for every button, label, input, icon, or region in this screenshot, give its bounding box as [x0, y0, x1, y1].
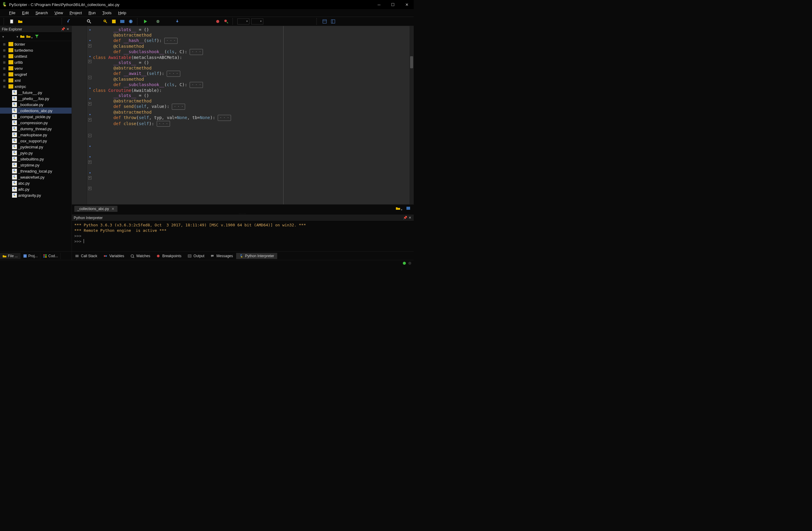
- combo-1[interactable]: ▼: [237, 18, 249, 25]
- tree-file[interactable]: _threading_local.py: [0, 168, 72, 174]
- terminal-button[interactable]: [119, 18, 126, 25]
- sidebar-tab[interactable]: Proj...: [20, 253, 41, 259]
- menu-view[interactable]: View: [52, 10, 66, 16]
- interpreter-output[interactable]: *** Python 3.6.3 (v3.6.3:2c5fed8, Oct 3 …: [72, 221, 414, 251]
- folder-up-button[interactable]: [20, 34, 25, 40]
- menu-search[interactable]: Search: [32, 10, 51, 16]
- fold-toggle-icon[interactable]: +: [88, 187, 91, 190]
- search-button[interactable]: [86, 18, 92, 25]
- panel-close-icon[interactable]: ✕: [66, 27, 70, 31]
- tree-file[interactable]: __phello__.foo.py: [0, 96, 72, 101]
- tree-file[interactable]: antigravity.py: [0, 192, 72, 198]
- tree-file[interactable]: _markupbase.py: [0, 132, 72, 138]
- statusbar: [0, 260, 414, 266]
- tree-folder[interactable]: ⊞tkinter: [0, 41, 72, 47]
- menu-file[interactable]: File: [6, 10, 18, 16]
- tree-file[interactable]: abc.py: [0, 180, 72, 186]
- file-explorer-header: File Explorer 📌 ✕: [0, 26, 72, 33]
- tree-file[interactable]: _dummy_thread.py: [0, 126, 72, 132]
- menu-run[interactable]: Run: [85, 10, 99, 16]
- step-into-button[interactable]: [174, 18, 180, 25]
- find-in-files-button[interactable]: [102, 18, 109, 25]
- layout-button-1[interactable]: [321, 18, 328, 25]
- tree-file[interactable]: _pydecimal.py: [0, 144, 72, 150]
- maximize-button[interactable]: ☐: [386, 0, 400, 9]
- tab-close-icon[interactable]: ✕: [112, 207, 114, 211]
- fold-toggle-icon[interactable]: +: [88, 118, 91, 122]
- change-marker-icon: [89, 88, 91, 89]
- svg-rect-14: [323, 20, 327, 23]
- file-tree[interactable]: ⊞tkinter⊞turtledemo⊞unittest⊞urllib⊞venv…: [0, 41, 72, 251]
- combo-2[interactable]: ▼: [251, 18, 263, 25]
- sidebar-tab[interactable]: Cod...: [41, 253, 61, 259]
- vertical-scrollbar[interactable]: [409, 26, 414, 204]
- tree-file[interactable]: _collections_abc.py: [0, 108, 72, 114]
- pin-icon[interactable]: 📌: [60, 27, 66, 31]
- bottom-tab-output[interactable]: Output: [185, 253, 207, 259]
- run-button[interactable]: [142, 18, 148, 25]
- interpreter-close-icon[interactable]: ✕: [408, 216, 412, 220]
- filter-button[interactable]: [34, 34, 39, 40]
- close-button[interactable]: ✕: [400, 0, 414, 9]
- tree-file[interactable]: _strptime.py: [0, 162, 72, 168]
- menu-project[interactable]: Project: [67, 10, 85, 16]
- layout-button-2[interactable]: [330, 18, 336, 25]
- tree-file[interactable]: _compression.py: [0, 120, 72, 126]
- bottom-tab-messages[interactable]: Messages: [207, 253, 236, 259]
- fold-column[interactable]: ++−++−+++: [87, 26, 93, 204]
- status-led-2: [408, 262, 411, 265]
- fold-toggle-icon[interactable]: +: [88, 176, 91, 180]
- breakpoint-button[interactable]: [214, 18, 221, 25]
- info-button[interactable]: i: [128, 18, 134, 25]
- tree-file[interactable]: __future__.py: [0, 89, 72, 96]
- fold-toggle-icon[interactable]: +: [88, 44, 91, 47]
- fold-toggle-icon[interactable]: +: [88, 60, 91, 63]
- tree-folder[interactable]: ⊞urllib: [0, 59, 72, 65]
- bottom-tab-call-stack[interactable]: Call Stack: [72, 253, 100, 259]
- menu-edit[interactable]: Edit: [19, 10, 32, 16]
- clear-breakpoints-button[interactable]: [223, 18, 230, 25]
- tree-folder[interactable]: ⊞xml: [0, 78, 72, 83]
- new-file-button[interactable]: [9, 18, 15, 25]
- svg-rect-49: [188, 254, 191, 257]
- code-content[interactable]: __slots__ = () @abstractmethod def __has…: [93, 26, 409, 204]
- svg-point-48: [157, 254, 160, 257]
- tree-file[interactable]: _osx_support.py: [0, 138, 72, 144]
- bottom-tab-variables[interactable]: Variables: [100, 253, 127, 259]
- tree-file[interactable]: _weakrefset.py: [0, 174, 72, 180]
- tree-file[interactable]: _compat_pickle.py: [0, 114, 72, 120]
- tree-file[interactable]: _pyio.py: [0, 150, 72, 156]
- fold-toggle-icon[interactable]: −: [88, 134, 91, 137]
- tree-folder[interactable]: ⊞wsgiref: [0, 71, 72, 78]
- code-editor[interactable]: ++−++−+++ __slots__ = () @abstractmethod…: [72, 26, 414, 204]
- tree-folder[interactable]: ⊞venv: [0, 65, 72, 71]
- change-marker-icon: [89, 40, 91, 41]
- window-icon[interactable]: [406, 206, 411, 212]
- interpreter-pin-icon[interactable]: 📌: [403, 216, 408, 220]
- tree-folder[interactable]: ⊞turtledemo: [0, 47, 72, 53]
- tree-folder[interactable]: ⊞unittest: [0, 53, 72, 59]
- bottom-tab-watches[interactable]: Watches: [127, 253, 153, 259]
- bottom-tab-python-interpreter[interactable]: Python Interpreter: [236, 253, 277, 259]
- open-folder-icon[interactable]: ▼: [395, 206, 403, 212]
- menu-help[interactable]: Help: [115, 10, 129, 16]
- syntax-check-button[interactable]: [111, 18, 117, 25]
- fold-toggle-icon[interactable]: +: [88, 102, 91, 106]
- tree-file[interactable]: _sitebuiltins.py: [0, 156, 72, 162]
- minimize-button[interactable]: ─: [372, 0, 386, 9]
- undo-button[interactable]: [67, 18, 73, 25]
- open-file-button[interactable]: [17, 18, 24, 25]
- forward-dropdown-icon[interactable]: ▼: [16, 36, 19, 38]
- sidebar-tab[interactable]: File ...: [0, 253, 20, 259]
- back-dropdown-icon[interactable]: ▼: [2, 36, 4, 38]
- tree-file[interactable]: aifc.py: [0, 186, 72, 192]
- tree-file[interactable]: _bootlocale.py: [0, 101, 72, 108]
- fold-toggle-icon[interactable]: +: [88, 160, 91, 164]
- tree-folder[interactable]: ⊞xmlrpc: [0, 83, 72, 89]
- folder-nav-button[interactable]: ▼: [26, 34, 33, 40]
- editor-tab[interactable]: _collections_abc.py ✕: [74, 206, 117, 212]
- menu-tools[interactable]: Tools: [99, 10, 114, 16]
- bottom-tab-breakpoints[interactable]: Breakpoints: [153, 253, 184, 259]
- debug-button[interactable]: [155, 18, 161, 25]
- fold-toggle-icon[interactable]: −: [88, 76, 91, 79]
